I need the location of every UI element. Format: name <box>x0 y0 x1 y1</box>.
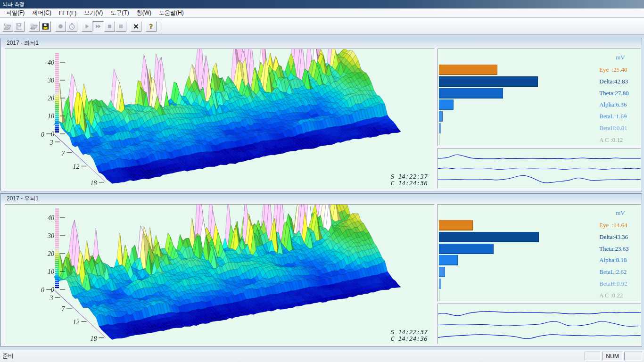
open-bwd-button[interactable]: BWD <box>2 21 13 32</box>
band-value-alpha: Alpha:8.18 <box>599 256 627 264</box>
spectrum-3d-box <box>5 49 435 189</box>
folder-open-icon: TXT <box>30 23 38 30</box>
toolbar-group-gap <box>78 26 82 26</box>
spectrum-3d-plot <box>5 49 434 189</box>
band-value-delta: Delta:43.36 <box>599 233 628 241</box>
band-bar-betah <box>439 279 441 289</box>
band-bar-betah <box>439 123 441 133</box>
band-trend-box <box>438 148 641 189</box>
band-value-betah: BetaH:0.81 <box>599 124 627 132</box>
toolbar-group-gap <box>142 26 146 26</box>
record-button[interactable] <box>55 21 66 32</box>
band-bar-betal <box>439 267 445 277</box>
app-window: 뇌파 측정 파일(F)제어(C)FFT(F)보기(V)도구(T)창(W)도움말(… <box>0 0 644 362</box>
save-bwd-button[interactable] <box>14 21 25 32</box>
floppy-icon <box>41 23 50 30</box>
band-bar-alpha <box>439 99 454 110</box>
band-trend-box <box>438 304 641 344</box>
close-x-icon <box>132 23 140 30</box>
window-title: 뇌파 측정 <box>2 1 25 7</box>
panel-body: mVEye :25.40Delta:42.83Theta:27.80Alpha:… <box>1 48 642 190</box>
menu-item-fft[interactable]: FFT(F) <box>55 9 80 17</box>
client-area: 2017 - 좌뇌1mVEye :25.40Delta:42.83Theta:2… <box>0 35 644 350</box>
toolbar-group-gap <box>25 26 29 26</box>
band-value-alpha: Alpha:6.36 <box>599 101 627 108</box>
unit-label: mV <box>616 54 625 61</box>
panel-left-brain: 2017 - 좌뇌1mVEye :25.40Delta:42.83Theta:2… <box>0 38 642 191</box>
band-value-eye: Eye :25.40 <box>599 66 627 74</box>
status-cell-scrl <box>624 352 642 361</box>
toolbar-separator <box>160 21 160 32</box>
band-value-betah: BetaH:0.92 <box>599 280 627 288</box>
band-value-eye: Eye :14.64 <box>599 222 627 229</box>
svg-text:?: ? <box>149 23 153 30</box>
play-icon <box>83 23 91 30</box>
toolbar: BWDTXT? <box>0 18 644 35</box>
menu-item-file[interactable]: 파일(F) <box>2 8 28 17</box>
band-bar-chart: mVEye :25.40Delta:42.83Theta:27.80Alpha:… <box>438 49 641 146</box>
toolbar-group-gap <box>51 26 55 26</box>
play-button[interactable] <box>82 21 92 32</box>
open-txt-button[interactable]: TXT <box>29 21 40 32</box>
pause-icon <box>117 23 125 30</box>
band-value-delta: Delta:42.83 <box>599 78 628 85</box>
band-bar-eye <box>439 220 473 230</box>
help-icon: ? <box>147 23 155 30</box>
panel-title-left-brain: 2017 - 좌뇌1 <box>1 38 642 48</box>
menu-item-help[interactable]: 도움말(H) <box>155 8 188 17</box>
menu-bar: 파일(F)제어(C)FFT(F)보기(V)도구(T)창(W)도움말(H) <box>0 8 644 18</box>
band-value-theta: Theta:27.80 <box>599 90 628 97</box>
stop-button[interactable] <box>104 21 115 32</box>
menu-item-control[interactable]: 제어(C) <box>28 8 55 17</box>
band-bar-ac <box>439 135 439 145</box>
save-button[interactable] <box>40 21 51 32</box>
band-bar-delta <box>439 76 538 87</box>
band-trend-plot <box>438 148 641 188</box>
band-bar-ac <box>439 290 439 301</box>
band-value-ac: A C :0.12 <box>599 136 623 144</box>
band-value-ac: A C :0.22 <box>599 292 623 299</box>
band-bar-alpha <box>439 255 458 265</box>
band-bar-theta <box>439 88 503 99</box>
band-bar-chart: mVEye :14.64Delta:43.36Theta:23.63Alpha:… <box>438 204 641 302</box>
band-bar-delta <box>439 232 539 242</box>
fast-forward-button[interactable] <box>93 21 104 32</box>
band-value-betal: BetaL:2.62 <box>599 268 627 276</box>
floppy-icon <box>15 23 23 30</box>
band-bar-eye <box>439 65 497 75</box>
spectrum-3d-box <box>5 204 435 345</box>
timer-button[interactable] <box>66 21 77 32</box>
status-cell-num: NUM <box>602 352 623 361</box>
menu-item-window[interactable]: 창(W) <box>133 8 155 17</box>
title-bar: 뇌파 측정 <box>0 0 644 8</box>
stopwatch-icon <box>68 23 76 30</box>
unit-label: mV <box>616 209 625 217</box>
band-trend-plot <box>438 304 641 344</box>
folder-open-icon: BWD <box>4 23 12 30</box>
svg-text:BWD: BWD <box>4 27 10 30</box>
band-bar-betal <box>439 111 443 122</box>
help-button[interactable]: ? <box>146 21 157 32</box>
svg-text:TXT: TXT <box>31 27 36 30</box>
panel-right-brain: 2017 - 우뇌1mVEye :14.64Delta:43.36Theta:2… <box>0 193 642 347</box>
menu-item-tools[interactable]: 도구(T) <box>107 8 132 17</box>
panel-title-text: 2017 - 우뇌1 <box>7 195 39 202</box>
menu-item-view[interactable]: 보기(V) <box>80 8 107 17</box>
record-icon <box>57 23 65 30</box>
panel-body: mVEye :14.64Delta:43.36Theta:23.63Alpha:… <box>1 203 642 346</box>
band-value-betal: BetaL:1.69 <box>599 113 627 120</box>
stop-icon <box>106 23 114 30</box>
status-cell-cap <box>585 352 601 361</box>
pause-button[interactable] <box>116 21 126 32</box>
status-message: 준비 <box>2 352 14 360</box>
panel-title-text: 2017 - 좌뇌1 <box>7 40 39 46</box>
status-indicator-cells: NUM <box>585 352 642 361</box>
panel-title-right-brain: 2017 - 우뇌1 <box>1 194 642 203</box>
band-value-theta: Theta:23.63 <box>599 245 628 253</box>
status-bar: 준비 NUM <box>0 350 644 362</box>
spectrum-3d-plot <box>5 205 434 345</box>
close-button[interactable] <box>131 21 141 32</box>
toolbar-group-gap <box>127 26 131 26</box>
fast-forward-icon <box>94 23 102 30</box>
band-bar-theta <box>439 244 494 254</box>
